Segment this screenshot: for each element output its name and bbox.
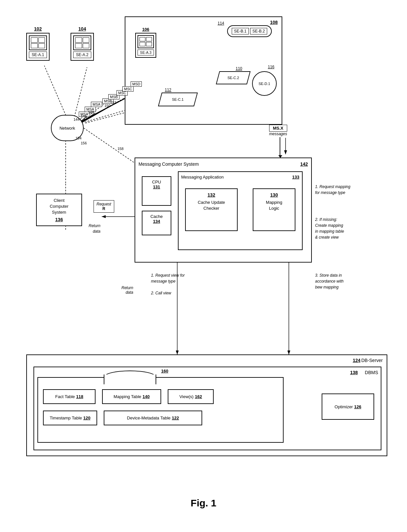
msd: MSD [131,81,142,87]
fig-title: Fig. 1 [191,498,216,508]
optimizer-label: Optimizer [334,404,353,409]
annotation-request-view: 1. Request view formessage type2. Call v… [151,272,217,296]
ref-126: 126 [354,404,361,409]
ref-148: 148 [88,110,94,114]
ref-158: 158 [118,147,123,151]
ref-106: 106 [142,27,149,32]
cache-checker-label: Cache UpdateChecker [189,200,234,211]
ref-140: 140 [142,394,150,399]
ref-114: 114 [218,21,224,26]
ref-108: 108 [270,20,278,25]
ref-144: 144 [74,117,79,121]
ref-122: 122 [172,415,179,420]
se-d1: SE-D.1 [252,71,277,96]
cache-box: Cache 134 [142,211,171,235]
ref-162: 162 [195,394,202,399]
ref-112-label: 112 [165,88,171,92]
se-a3-label: SE-A.3 [138,50,154,55]
ref-160: 160 [161,369,168,373]
mapping-logic-label: MappingLogic [257,200,291,211]
se-c1: SE-C.1 [158,93,198,106]
device-102: 102 SE-A.1 [26,26,50,61]
client-computer-system: ClientComputerSystem 136 [36,194,82,226]
ref-152: 152 [110,100,116,104]
return-data-left: Returndata [89,223,100,234]
ref-118: 118 [76,394,83,399]
ref-134: 134 [145,219,168,224]
ref-136: 136 [40,217,78,222]
fact-table-label: Fact Table [55,394,75,399]
views-box: View(s) 162 [168,389,214,404]
diagram: 102 SE-A.1 104 SE-A.2 108 SE-B.1 SE-B.2 … [0,0,407,512]
arrow-client-msg [82,216,83,217]
optimizer-box: Optimizer 126 [322,394,374,420]
ref-154: 154 [75,136,81,140]
messaging-app-title: Messaging Application [181,175,224,180]
messaging-computer-system: Messaging Computer System 142 CPU 131 Ca… [135,158,312,263]
cpu-box: CPU 131 [142,176,171,206]
ref-120: 120 [83,415,91,420]
ref-102: 102 [34,26,42,32]
ref-131: 131 [145,184,168,189]
cache-label: Cache [145,214,168,219]
ref-142: 142 [300,161,308,167]
region-108: 108 SE-B.1 SE-B.2 114 106 SE-A.3 110 SE-… [125,16,282,125]
device-104: 104 SE-A.2 [71,26,94,61]
ref-124: 124 [353,358,360,363]
ref-146: 146 [81,114,87,118]
messaging-system-title: Messaging Computer System [139,161,199,167]
msc-2: MSC [122,86,134,92]
mapping-table-box: Mapping Table 140 [102,389,161,404]
svg-line-19 [84,128,141,167]
msx-arrow [280,137,280,155]
cylinder-body [104,374,156,384]
timestamp-table-label: Timestamp Table [50,415,82,420]
ref-116-label: 116 [268,65,274,69]
network-label: Network [59,126,75,131]
mapping-table-label: Mapping Table [114,394,141,399]
se-c1-label: SE-C.1 [172,97,183,101]
annotation-request-mapping: 1. Request mappingfor message type [315,184,391,196]
ref-138: 138 [350,370,358,375]
ref-130: 130 [257,192,291,198]
mapping-logic: 130 MappingLogic [253,188,295,231]
dbms-label: DBMS [365,370,378,375]
se-b1-label: SE-B.1 [232,28,249,34]
views-label: View(s) [180,394,194,399]
ref-110-label: 110 [236,66,242,71]
ref-156: 156 [81,141,87,145]
annotation-return-data-bottom: Returndata [121,286,133,295]
se-c2: SE-C.2 [216,71,251,84]
ref-132: 132 [189,192,234,198]
msx-label: MS.X [269,125,287,132]
se-a2-label: SE-A.2 [73,52,91,58]
msa-3: MSA [91,102,102,107]
se-b-group: SE-B.1 SE-B.2 [227,25,272,37]
db-server-region: 124 DB-Server 138 DBMS 160 Fact Table 11… [26,354,387,456]
ref-150: 150 [104,104,110,108]
cache-update-checker: 132 Cache UpdateChecker [185,188,238,231]
msx-messages: MS.X messages [269,125,287,136]
msx-sub: messages [269,132,287,136]
device-metadata-box: Device-Metadata Table 122 [104,411,202,425]
fact-table-box: Fact Table 118 [43,389,96,404]
ref-104: 104 [78,26,86,32]
annotation-store-data: 3. Store data inaccordance withbew mappi… [315,272,391,290]
ref-133: 133 [292,175,299,180]
timestamp-table-box: Timestamp Table 120 [43,411,97,425]
device-106: 106 SE-A.3 [135,27,156,58]
se-b2-label: SE-B.2 [250,28,267,34]
dbms-box: 138 DBMS 160 Fact Table 118 Mapping Tabl… [33,367,381,450]
request-box: Request R [94,200,114,213]
db-server-label: DB-Server [361,358,383,363]
annotation-if-missing: 2. If missing:Create mappingin mapping t… [315,217,391,240]
figure-title: Fig. 1 [0,498,407,509]
messaging-application: Messaging Application 133 132 Cache Upda… [178,171,303,250]
region-160: 160 Fact Table 118 Mapping Table 140 Vie… [37,377,284,443]
device-metadata-label: Device-Metadata Table [127,415,171,420]
se-c2-label: SE-C.2 [227,76,239,80]
cpu-label: CPU [145,180,168,184]
se-a1-label: SE-A.1 [29,52,47,58]
client-label: ClientComputerSystem [40,198,78,216]
